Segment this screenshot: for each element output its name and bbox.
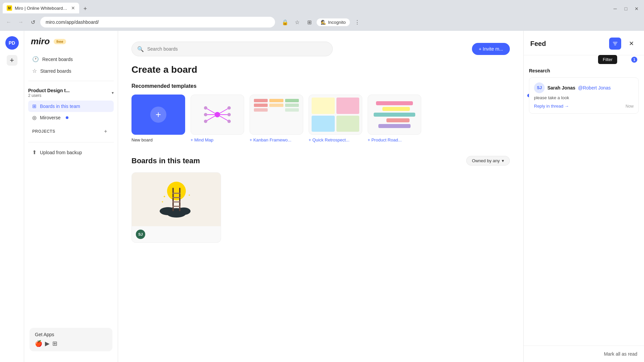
projects-add-button[interactable]: + [102, 127, 110, 135]
get-apps-box[interactable]: Get Apps 🍎 ▶ ⊞ [30, 328, 112, 351]
create-button[interactable]: + [7, 55, 17, 66]
roadmap-preview[interactable] [368, 95, 421, 135]
tab-close-btn[interactable]: ✕ [71, 5, 75, 11]
notification-badge: 1 [631, 57, 637, 63]
svg-point-9 [204, 120, 207, 123]
invite-button-label: + Invite m... [479, 46, 503, 52]
retro-grid [312, 98, 359, 132]
owned-by-label: Owned by any [472, 158, 500, 163]
refresh-button[interactable]: ↺ [28, 17, 38, 27]
windows-store-icon[interactable]: ⊞ [52, 340, 57, 347]
miroverse-icon: ◎ [32, 115, 37, 121]
owned-by-filter[interactable]: Owned by any ▾ [466, 156, 510, 166]
app-container: PD + miro free 🕐 Recent boards ☆ Starred… [0, 31, 644, 362]
google-play-icon[interactable]: ▶ [45, 340, 50, 347]
board-card[interactable]: ✦ ✦ ✦ SJ [131, 172, 221, 243]
back-button[interactable]: ← [4, 17, 13, 27]
svg-rect-17 [172, 188, 174, 211]
svg-point-7 [204, 106, 207, 110]
svg-rect-20 [172, 197, 180, 198]
new-tab-button[interactable]: + [80, 4, 90, 13]
feed-header: Feed Filter ✕ [524, 31, 644, 55]
svg-rect-18 [179, 188, 180, 211]
svg-rect-22 [172, 206, 180, 207]
incognito-badge[interactable]: 🕵 Incognito [317, 18, 350, 26]
invite-button[interactable]: + Invite m... [472, 43, 510, 55]
feed-filter-button[interactable] [609, 38, 621, 50]
boards-in-team-icon: ⊞ [32, 103, 37, 109]
logo-area: miro free [24, 36, 118, 53]
projects-section: Projects + [24, 123, 118, 138]
maximize-button[interactable]: □ [621, 4, 631, 13]
main-toolbar: 🔍 + Invite m... [131, 42, 510, 64]
team-selector[interactable]: Product Design t... 2 users ▾ [24, 85, 118, 101]
sidebar-item-upload-backup[interactable]: ⬆ Upload from backup [28, 146, 114, 158]
mind-map-svg [197, 101, 237, 128]
retrospect-label: + Quick Retrospect... [309, 137, 362, 142]
feed-title: Feed [530, 40, 546, 48]
create-board-section: Create a board Recommended templates + N… [131, 64, 510, 243]
apple-store-icon[interactable]: 🍎 [35, 340, 42, 347]
sidebar-item-boards-in-team[interactable]: ⊞ Boards in this team [28, 101, 114, 112]
feed-notif-meta: Reply in thread → Now [534, 104, 634, 109]
active-browser-tab[interactable]: M Miro | Online Whiteboard for Vis... ✕ [3, 3, 79, 13]
sidebar-item-miroverse[interactable]: ◎ Miroverse [28, 112, 114, 123]
board-card-preview: ✦ ✦ ✦ [132, 173, 221, 226]
feed-reply-button[interactable]: Reply in thread → [534, 104, 569, 109]
close-icon: ✕ [629, 40, 634, 47]
star-icon[interactable]: ☆ [292, 17, 302, 27]
main-content: 🔍 + Invite m... Create a board Recommend… [118, 31, 523, 362]
user-avatar[interactable]: PD [5, 36, 19, 50]
board-illustration: ✦ ✦ ✦ [156, 178, 197, 221]
recommended-templates-title: Recommended templates [131, 83, 510, 89]
svg-text:✦: ✦ [161, 200, 164, 203]
icon-sidebar: PD + [0, 31, 24, 362]
new-board-card[interactable]: + [131, 95, 185, 135]
team-users: 2 users [28, 93, 70, 98]
browser-actions: 🔒 ☆ ⊞ 🕵 Incognito ⋮ [280, 17, 362, 27]
retrospect-preview[interactable] [309, 95, 362, 135]
feed-user-avatar: SJ [534, 82, 545, 93]
browser-chrome: M Miro | Online Whiteboard for Vis... ✕ … [0, 0, 644, 31]
sidebar-item-recent-boards[interactable]: 🕐 Recent boards [28, 53, 114, 65]
extension-icon[interactable]: ⊞ [305, 17, 314, 27]
svg-text:✦: ✦ [188, 194, 191, 197]
sidebar-item-starred-boards[interactable]: ☆ Starred boards [28, 65, 114, 77]
main-sidebar: miro free 🕐 Recent boards ☆ Starred boar… [24, 31, 118, 362]
search-input[interactable] [147, 46, 327, 52]
browser-toolbar: ← → ↺ miro.com/app/dashboard/ 🔒 ☆ ⊞ 🕵 In… [0, 13, 644, 31]
svg-point-11 [227, 113, 231, 116]
svg-point-6 [215, 112, 220, 117]
sidebar-upload-area: ⬆ Upload from backup [24, 146, 118, 158]
tab-title: Miro | Online Whiteboard for Vis... [15, 6, 68, 11]
template-roadmap[interactable]: + Product Road... [368, 95, 421, 142]
team-chevron-icon: ▾ [112, 90, 114, 95]
tab-favicon: M [7, 5, 12, 11]
close-button[interactable]: ✕ [632, 4, 641, 13]
miroverse-notification-dot [66, 116, 68, 119]
feed-panel: Feed Filter ✕ 1 Research [523, 31, 644, 362]
feed-notification-item: SJ Sarah Jonas @Robert Jonas please take… [529, 77, 639, 114]
mind-map-preview[interactable] [191, 95, 244, 135]
sidebar-divider-1 [28, 81, 114, 81]
template-kanban[interactable]: + Kanban Framewo... [250, 95, 303, 142]
filter-chevron-icon: ▾ [502, 158, 504, 163]
upload-icon: ⬆ [32, 149, 37, 156]
template-retrospect[interactable]: + Quick Retrospect... [309, 95, 362, 142]
minimize-button[interactable]: ─ [610, 4, 620, 13]
board-user-avatar: SJ [136, 230, 145, 239]
forward-button[interactable]: → [16, 17, 25, 27]
svg-text:✦: ✦ [163, 195, 166, 198]
starred-boards-icon: ☆ [32, 68, 37, 74]
incognito-label: Incognito [328, 20, 346, 25]
feed-close-button[interactable]: ✕ [625, 38, 637, 50]
template-new-board[interactable]: + New board [131, 95, 185, 142]
kanban-preview[interactable] [250, 95, 303, 135]
boards-section-header: Boards in this team Owned by any ▾ [131, 156, 510, 166]
search-bar[interactable]: 🔍 [131, 42, 333, 56]
mark-all-read-button[interactable]: Mark all as read [604, 351, 637, 357]
address-bar[interactable]: miro.com/app/dashboard/ [40, 17, 275, 27]
menu-button[interactable]: ⋮ [353, 17, 362, 27]
template-mind-map[interactable]: + Mind Map [191, 95, 244, 142]
feed-notif-header: SJ Sarah Jonas @Robert Jonas [534, 82, 634, 93]
